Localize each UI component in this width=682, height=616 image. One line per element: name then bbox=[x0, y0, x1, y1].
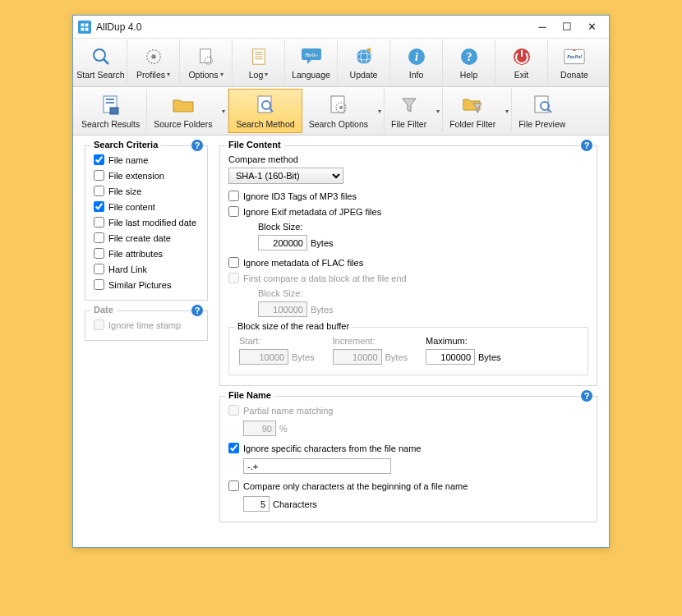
block-size-input2 bbox=[258, 301, 307, 317]
help-button[interactable]: ? Help bbox=[443, 40, 495, 85]
minimize-button[interactable]: ─ bbox=[530, 19, 555, 35]
file-content-legend: File Content bbox=[225, 140, 284, 149]
date-fieldset: Date ? Ignore time stamp bbox=[85, 310, 208, 341]
criteria-filename[interactable]: File name bbox=[94, 154, 199, 165]
compare-method-label: Compare method bbox=[228, 154, 588, 164]
block-size-label2: Block Size: bbox=[258, 288, 588, 298]
start-label: Start: bbox=[239, 336, 315, 346]
ignore-exif[interactable]: Ignore Exif metadata of JPEG files bbox=[228, 206, 588, 217]
svg-rect-1 bbox=[85, 23, 89, 26]
log-button[interactable]: Log▾ bbox=[233, 40, 285, 85]
start-search-button[interactable]: Start Search bbox=[75, 40, 127, 85]
window: AllDup 4.0 ─ ☐ ✕ Start Search Profiles▾ … bbox=[72, 15, 610, 548]
file-content-fieldset: File Content ? Compare method SHA-1 (160… bbox=[219, 145, 597, 386]
buffer-fieldset: Block size of the read buffer Start: Byt… bbox=[228, 327, 588, 375]
svg-rect-3 bbox=[85, 27, 89, 30]
folder-funnel-icon bbox=[461, 94, 484, 117]
folder-filter-button[interactable]: Folder Filter bbox=[443, 89, 502, 133]
characters-unit: Characters bbox=[273, 499, 317, 509]
criteria-similar[interactable]: Similar Pictures bbox=[94, 279, 199, 290]
source-folders-button[interactable]: Source Folders bbox=[147, 89, 219, 133]
app-icon bbox=[78, 21, 91, 34]
max-label: Maximum: bbox=[426, 336, 501, 346]
info-button[interactable]: i Info bbox=[390, 40, 443, 85]
options-button[interactable]: Options▾ bbox=[180, 40, 233, 85]
donate-button[interactable]: PayPal Donate bbox=[548, 40, 601, 85]
help-icon[interactable]: ? bbox=[191, 139, 204, 152]
block-size-input[interactable] bbox=[258, 235, 307, 251]
criteria-extension[interactable]: File extension bbox=[94, 170, 199, 181]
funnel-icon bbox=[398, 94, 421, 117]
document-magnifier-icon bbox=[254, 94, 277, 117]
ignore-flac[interactable]: Ignore metadata of FLAC files bbox=[228, 257, 588, 268]
folder-icon bbox=[172, 94, 195, 117]
svg-line-5 bbox=[104, 59, 108, 64]
svg-rect-31 bbox=[110, 108, 118, 114]
search-criteria-legend: Search Criteria bbox=[90, 140, 161, 149]
percent-unit: % bbox=[279, 424, 288, 434]
titlebar: AllDup 4.0 ─ ☐ ✕ bbox=[73, 16, 609, 39]
left-column: Search Criteria ? File name File extensi… bbox=[85, 145, 208, 532]
bytes-unit: Bytes bbox=[311, 238, 334, 248]
main-toolbar: Start Search Profiles▾ Options▾ Log▾ Hel… bbox=[73, 39, 609, 87]
close-button[interactable]: ✕ bbox=[579, 19, 604, 35]
search-options-button[interactable]: Search Options bbox=[302, 89, 375, 133]
chevron-down-icon: ▾ bbox=[167, 71, 170, 78]
search-options-dropdown[interactable]: ▾ bbox=[375, 89, 385, 133]
svg-line-40 bbox=[548, 109, 551, 113]
compare-begin-input[interactable] bbox=[243, 496, 270, 512]
folder-filter-dropdown[interactable]: ▾ bbox=[502, 89, 512, 133]
file-filter-button[interactable]: File Filter bbox=[385, 89, 433, 133]
date-legend: Date bbox=[90, 305, 117, 315]
criteria-content[interactable]: File content bbox=[94, 201, 199, 212]
criteria-size[interactable]: File size bbox=[94, 186, 199, 196]
max-input[interactable] bbox=[426, 349, 475, 365]
chevron-down-icon: ▾ bbox=[220, 71, 223, 78]
svg-text:?: ? bbox=[466, 51, 472, 63]
sub-toolbar: Search Results Source Folders ▾ Search M… bbox=[73, 87, 609, 136]
block-size-label: Block Size: bbox=[258, 222, 588, 232]
ignore-chars[interactable]: Ignore specific characters from the file… bbox=[228, 443, 588, 453]
ignore-id3[interactable]: Ignore ID3 Tags of MP3 files bbox=[228, 191, 588, 201]
profiles-button[interactable]: Profiles▾ bbox=[127, 40, 180, 85]
criteria-hardlink[interactable]: Hard Link bbox=[94, 264, 199, 274]
svg-rect-35 bbox=[331, 96, 344, 113]
svg-text:Hello: Hello bbox=[305, 52, 318, 58]
compare-begin[interactable]: Compare only characters at the beginning… bbox=[228, 480, 588, 491]
svg-rect-8 bbox=[200, 48, 210, 62]
update-button[interactable]: Update bbox=[338, 40, 390, 85]
increment-label: Increment: bbox=[333, 336, 408, 346]
source-folders-dropdown[interactable]: ▾ bbox=[219, 89, 228, 133]
first-compare: First compare a data block at the file e… bbox=[228, 273, 588, 283]
language-button[interactable]: Hello Language bbox=[285, 40, 338, 85]
svg-text:PayPal: PayPal bbox=[567, 53, 582, 58]
svg-point-7 bbox=[151, 54, 156, 59]
file-name-fieldset: File Name ? Partial name matching % Igno… bbox=[219, 396, 597, 522]
maximize-button[interactable]: ☐ bbox=[555, 19, 579, 35]
search-results-button[interactable]: Search Results bbox=[75, 89, 147, 133]
exit-button[interactable]: Exit bbox=[495, 40, 548, 85]
info-icon: i bbox=[406, 46, 427, 67]
criteria-created[interactable]: File create date bbox=[94, 232, 199, 243]
gear-icon bbox=[143, 46, 164, 67]
right-column: File Content ? Compare method SHA-1 (160… bbox=[219, 145, 597, 532]
criteria-modified[interactable]: File last modified date bbox=[94, 217, 199, 228]
start-input bbox=[239, 349, 288, 365]
svg-rect-0 bbox=[81, 23, 85, 26]
svg-point-4 bbox=[94, 49, 105, 61]
ignore-chars-input[interactable] bbox=[243, 458, 391, 474]
help-icon[interactable]: ? bbox=[580, 389, 593, 402]
file-filter-dropdown[interactable]: ▾ bbox=[433, 89, 443, 133]
file-preview-button[interactable]: File Preview bbox=[512, 89, 572, 133]
criteria-attributes[interactable]: File attributes bbox=[94, 248, 199, 259]
search-method-button[interactable]: Search Method bbox=[228, 89, 302, 133]
compare-method-select[interactable]: SHA-1 (160-Bit) bbox=[228, 168, 343, 184]
chevron-down-icon: ▾ bbox=[265, 71, 268, 78]
globe-icon bbox=[353, 46, 375, 67]
svg-rect-30 bbox=[106, 102, 114, 103]
svg-point-37 bbox=[339, 106, 343, 109]
help-icon[interactable]: ? bbox=[580, 139, 593, 152]
file-name-legend: File Name bbox=[225, 390, 274, 400]
help-icon[interactable]: ? bbox=[191, 304, 204, 317]
hello-icon: Hello bbox=[301, 46, 322, 67]
